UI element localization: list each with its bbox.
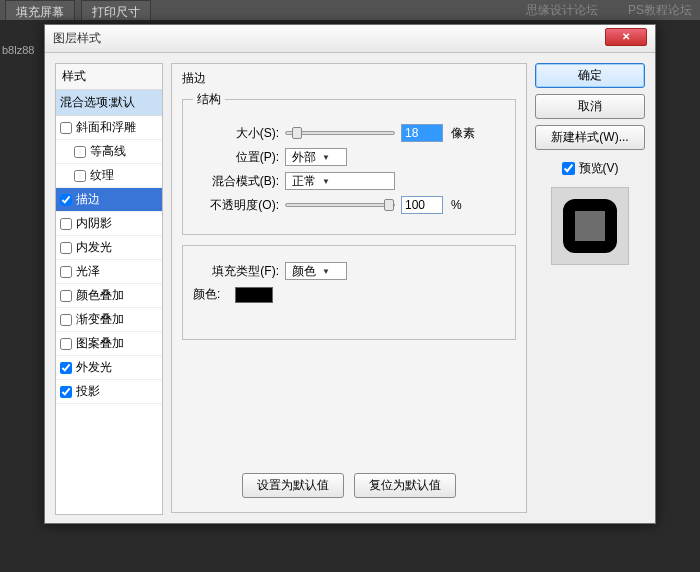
ok-button[interactable]: 确定 [535, 63, 645, 88]
style-item-inner-glow[interactable]: 内发光 [56, 236, 162, 260]
chevron-down-icon: ▼ [322, 177, 330, 186]
defaults-row: 设置为默认值 复位为默认值 [172, 473, 526, 498]
label-stroke: 描边 [76, 191, 100, 208]
fill-type-label: 填充类型(F): [193, 263, 279, 280]
opacity-row: 不透明度(O): % [193, 196, 505, 214]
size-slider-thumb[interactable] [292, 127, 302, 139]
position-combo[interactable]: 外部 ▼ [285, 148, 347, 166]
close-icon: ✕ [622, 31, 630, 42]
reset-default-button[interactable]: 复位为默认值 [354, 473, 456, 498]
styles-spacer [56, 404, 162, 514]
preview-shape [563, 199, 617, 253]
styles-header[interactable]: 样式 [56, 64, 162, 90]
label-gradient-overlay: 渐变叠加 [76, 311, 124, 328]
opacity-unit: % [451, 198, 462, 212]
style-item-color-overlay[interactable]: 颜色叠加 [56, 284, 162, 308]
forum-text-1: 思缘设计论坛 [526, 2, 598, 19]
blend-mode-value: 正常 [292, 173, 316, 190]
preview-toggle-row: 预览(V) [535, 160, 645, 177]
opacity-input[interactable] [401, 196, 443, 214]
style-item-pattern-overlay[interactable]: 图案叠加 [56, 332, 162, 356]
fill-fieldset: 填充类型(F): 颜色 ▼ 颜色: [182, 245, 516, 340]
checkbox-outer-glow[interactable] [60, 362, 72, 374]
opacity-slider[interactable] [285, 203, 395, 207]
layer-style-dialog: 图层样式 ✕ 样式 混合选项:默认 斜面和浮雕 等高线 纹理 [44, 24, 656, 524]
checkbox-texture[interactable] [74, 170, 86, 182]
checkbox-satin[interactable] [60, 266, 72, 278]
position-value: 外部 [292, 149, 316, 166]
close-button[interactable]: ✕ [605, 28, 647, 46]
canvas-hint-text: b8lz88 [2, 44, 34, 56]
styles-column: 样式 混合选项:默认 斜面和浮雕 等高线 纹理 描边 [55, 63, 163, 513]
blend-options-header[interactable]: 混合选项:默认 [56, 90, 162, 116]
right-column: 确定 取消 新建样式(W)... 预览(V) [535, 63, 645, 513]
dialog-titlebar[interactable]: 图层样式 ✕ [45, 25, 655, 53]
size-slider[interactable] [285, 131, 395, 135]
checkbox-drop-shadow[interactable] [60, 386, 72, 398]
dialog-title: 图层样式 [53, 30, 605, 47]
cancel-button[interactable]: 取消 [535, 94, 645, 119]
size-row: 大小(S): 像素 [193, 124, 505, 142]
color-row: 颜色: [193, 286, 505, 303]
label-inner-glow: 内发光 [76, 239, 112, 256]
style-item-outer-glow[interactable]: 外发光 [56, 356, 162, 380]
style-item-inner-shadow[interactable]: 内阴影 [56, 212, 162, 236]
preview-label: 预览(V) [579, 160, 619, 177]
checkbox-inner-glow[interactable] [60, 242, 72, 254]
color-label: 颜色: [193, 286, 229, 303]
checkbox-pattern-overlay[interactable] [60, 338, 72, 350]
new-style-button[interactable]: 新建样式(W)... [535, 125, 645, 150]
blend-mode-label: 混合模式(B): [193, 173, 279, 190]
checkbox-contour[interactable] [74, 146, 86, 158]
checkbox-bevel[interactable] [60, 122, 72, 134]
make-default-button[interactable]: 设置为默认值 [242, 473, 344, 498]
preview-box [551, 187, 629, 265]
size-unit: 像素 [451, 125, 475, 142]
label-texture: 纹理 [90, 167, 114, 184]
position-label: 位置(P): [193, 149, 279, 166]
label-outer-glow: 外发光 [76, 359, 112, 376]
chevron-down-icon: ▼ [322, 267, 330, 276]
chevron-down-icon: ▼ [322, 153, 330, 162]
style-item-satin[interactable]: 光泽 [56, 260, 162, 284]
checkbox-stroke[interactable] [60, 194, 72, 206]
blend-mode-row: 混合模式(B): 正常 ▼ [193, 172, 505, 190]
forum-text-2: PS教程论坛 [628, 2, 692, 19]
preview-checkbox[interactable] [562, 162, 575, 175]
style-item-contour[interactable]: 等高线 [56, 140, 162, 164]
style-item-gradient-overlay[interactable]: 渐变叠加 [56, 308, 162, 332]
style-item-bevel[interactable]: 斜面和浮雕 [56, 116, 162, 140]
styles-list: 样式 混合选项:默认 斜面和浮雕 等高线 纹理 描边 [55, 63, 163, 515]
checkbox-inner-shadow[interactable] [60, 218, 72, 230]
structure-fieldset: 结构 大小(S): 像素 位置(P): 外部 ▼ 混合模式(B): [182, 91, 516, 235]
checkbox-gradient-overlay[interactable] [60, 314, 72, 326]
label-contour: 等高线 [90, 143, 126, 160]
top-right-text: 思缘设计论坛 PS教程论坛 [526, 2, 692, 19]
label-drop-shadow: 投影 [76, 383, 100, 400]
label-satin: 光泽 [76, 263, 100, 280]
blend-mode-combo[interactable]: 正常 ▼ [285, 172, 395, 190]
fill-type-value: 颜色 [292, 263, 316, 280]
dialog-body: 样式 混合选项:默认 斜面和浮雕 等高线 纹理 描边 [45, 53, 655, 523]
style-item-drop-shadow[interactable]: 投影 [56, 380, 162, 404]
fill-type-combo[interactable]: 颜色 ▼ [285, 262, 347, 280]
settings-panel: 描边 结构 大小(S): 像素 位置(P): 外部 ▼ [171, 63, 527, 513]
opacity-slider-thumb[interactable] [384, 199, 394, 211]
structure-legend: 结构 [193, 91, 225, 108]
style-item-stroke[interactable]: 描边 [56, 188, 162, 212]
opacity-label: 不透明度(O): [193, 197, 279, 214]
style-item-texture[interactable]: 纹理 [56, 164, 162, 188]
label-bevel: 斜面和浮雕 [76, 119, 136, 136]
color-swatch[interactable] [235, 287, 273, 303]
checkbox-color-overlay[interactable] [60, 290, 72, 302]
fill-type-row: 填充类型(F): 颜色 ▼ [193, 262, 505, 280]
size-input[interactable] [401, 124, 443, 142]
label-color-overlay: 颜色叠加 [76, 287, 124, 304]
label-inner-shadow: 内阴影 [76, 215, 112, 232]
label-pattern-overlay: 图案叠加 [76, 335, 124, 352]
size-label: 大小(S): [193, 125, 279, 142]
position-row: 位置(P): 外部 ▼ [193, 148, 505, 166]
panel-title: 描边 [182, 70, 516, 87]
